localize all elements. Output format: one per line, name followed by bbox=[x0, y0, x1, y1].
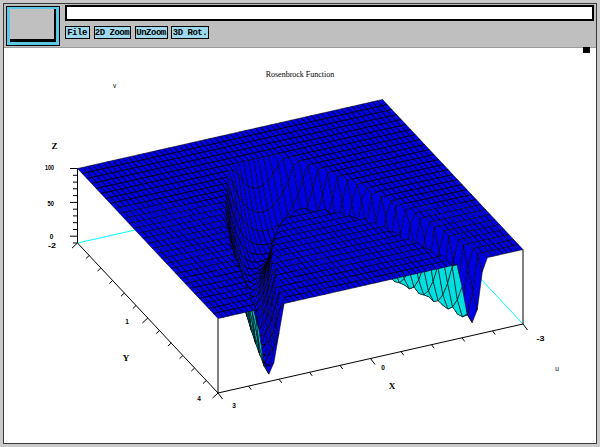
svg-text:v: v bbox=[113, 82, 117, 89]
svg-text:50: 50 bbox=[48, 200, 55, 207]
svg-text:3: 3 bbox=[232, 402, 236, 409]
svg-text:Z: Z bbox=[51, 141, 57, 151]
svg-text:100: 100 bbox=[45, 164, 54, 171]
svg-text:1: 1 bbox=[125, 318, 129, 325]
svg-text:Y: Y bbox=[123, 353, 130, 363]
svg-text:-2: -2 bbox=[48, 242, 57, 249]
svg-text:4: 4 bbox=[197, 395, 201, 402]
svg-text:X: X bbox=[389, 381, 396, 391]
svg-text:0: 0 bbox=[50, 233, 54, 240]
svg-text:u: u bbox=[555, 365, 559, 372]
svg-text:0: 0 bbox=[381, 364, 385, 371]
svg-text:-3: -3 bbox=[537, 335, 546, 342]
svg-text:Rosenbrock Function: Rosenbrock Function bbox=[266, 70, 335, 79]
